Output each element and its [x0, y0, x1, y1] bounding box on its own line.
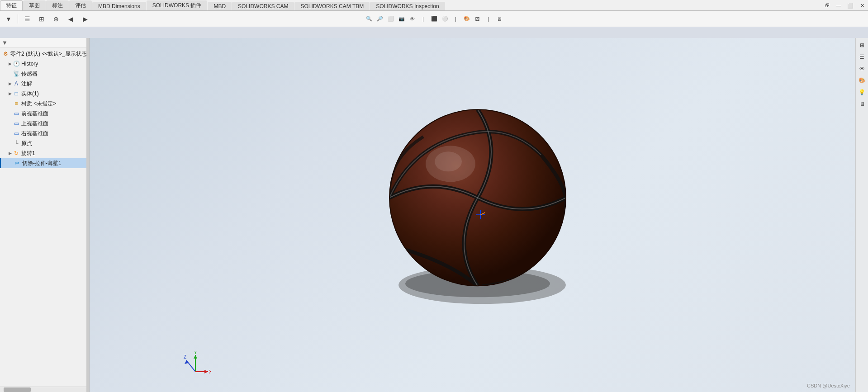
origin-label: 原点 [21, 140, 32, 147]
tree-item-revolve[interactable]: ▶ ↻ 旋转1 [0, 148, 86, 158]
right-panel-scene-btn[interactable]: 💡 [857, 87, 868, 98]
top-plane-label: 上视基准面 [21, 120, 48, 128]
revolve-icon: ↻ [13, 150, 20, 157]
menu-item-mbd[interactable]: MBD [208, 2, 232, 10]
right-plane-label: 右视基准面 [21, 130, 48, 137]
solid-icon: □ [13, 90, 20, 97]
sensor-icon: 📡 [13, 70, 20, 77]
toolbar-separator-1 [18, 14, 18, 24]
tree-item-solid[interactable]: ▶ □ 实体(1) [0, 89, 86, 99]
tree-item-material[interactable]: ≡ 材质 <未指定> [0, 99, 86, 109]
origin-marker [476, 210, 485, 220]
svg-marker-15 [204, 370, 208, 373]
menu-item-annotation[interactable]: 标注 [46, 0, 69, 10]
svg-point-6 [435, 151, 462, 171]
menu-item-sw-inspection[interactable]: SOLIDWORKS Inspection [370, 2, 445, 10]
menu-item-evaluate[interactable]: 评估 [69, 0, 92, 10]
toolbar-section-btn[interactable]: ⬜ [386, 14, 396, 24]
top-plane-icon: ▭ [13, 120, 20, 127]
right-icon-panel: ⊞ ☰ 👁 🎨 💡 🖥 [855, 38, 868, 392]
svg-line-8 [186, 360, 195, 372]
solid-arrow: ▶ [7, 91, 13, 96]
tree-item-root[interactable]: ⚙ 零件2 (默认) <<默认>_显示状态-1> [0, 49, 86, 59]
toolbar-list-btn[interactable]: ☰ [20, 13, 34, 25]
toolbar-monitor-btn[interactable]: 🖥 [494, 14, 504, 24]
toolbar-forward-btn[interactable]: ▶ [78, 13, 92, 25]
tree-item-history[interactable]: ▶ 🕐 History [0, 59, 86, 69]
cut-label: 切除-拉伸-薄壁1 [22, 160, 62, 167]
part-icon: ⚙ [2, 50, 9, 57]
feature-tree-panel: ▼ ⚙ 零件2 (默认) <<默认>_显示状态-1> ▶ 🕐 History 📡 [0, 38, 87, 392]
svg-marker-12 [194, 355, 197, 359]
win-close-btn[interactable]: ✕ [856, 0, 868, 11]
toolbar-back-btn[interactable]: ◀ [64, 13, 77, 25]
front-plane-icon: ▭ [13, 110, 20, 117]
toolbar-zoom2-btn[interactable]: 🔎 [375, 14, 385, 24]
menu-item-sw-plugin[interactable]: SOLIDWORKS 插件 [147, 0, 208, 10]
toolbar-grid-btn[interactable]: ⊞ [35, 13, 48, 25]
main-area: ▼ ⚙ 零件2 (默认) <<默认>_显示状态-1> ▶ 🕐 History 📡 [0, 38, 868, 392]
notes-arrow: ▶ [7, 81, 13, 86]
left-panel-scrollbar[interactable] [0, 387, 86, 392]
panel-resize-handle[interactable] [87, 38, 90, 392]
menu-item-sw-cam[interactable]: SOLIDWORKS CAM [232, 2, 294, 10]
toolbar-filter-btn[interactable]: ▼ [2, 13, 15, 25]
toolbar-sep3: | [451, 14, 461, 24]
menu-item-feature[interactable]: 特征 [0, 0, 23, 10]
tree-item-top-plane[interactable]: ▭ 上视基准面 [0, 118, 86, 128]
right-panel-property-btn[interactable]: ⊞ [857, 40, 868, 51]
win-maximize-btn[interactable]: ⬜ [844, 0, 856, 11]
toolbar-camera-btn[interactable]: 📷 [397, 14, 407, 24]
win-minimize-btn[interactable]: — [833, 0, 844, 11]
material-icon: ≡ [13, 100, 20, 107]
3d-viewport[interactable]: Z Y X CSDN @UestcXiye ⊞ ☰ [87, 38, 868, 392]
revolve-label: 旋转1 [21, 150, 35, 157]
tree-root-label: 零件2 (默认) <<默认>_显示状态-1> [10, 50, 86, 58]
svg-text:X: X [209, 369, 211, 374]
right-panel-config-btn[interactable]: ☰ [857, 52, 868, 62]
front-plane-label: 前视基准面 [21, 110, 48, 118]
right-panel-color-btn[interactable]: 🎨 [857, 75, 868, 86]
toolbar-display-btn[interactable]: ⬛ [429, 14, 439, 24]
scrollbar-thumb[interactable] [4, 387, 31, 392]
svg-text:Y: Y [194, 351, 197, 355]
menu-item-mbd-dim[interactable]: MBD Dimensions [92, 2, 146, 10]
filter-icon[interactable]: ▼ [2, 39, 8, 46]
history-arrow: ▶ [7, 61, 13, 66]
revolve-arrow: ▶ [7, 151, 13, 156]
toolbar-sep2: | [418, 14, 428, 24]
filter-row: ▼ [0, 38, 86, 48]
history-label: History [21, 61, 38, 67]
right-plane-icon: ▭ [13, 130, 20, 137]
right-panel-render-btn[interactable]: 🖥 [857, 99, 868, 109]
toolbar-sphere-btn[interactable]: ⚪ [440, 14, 450, 24]
history-icon: 🕐 [13, 60, 20, 67]
notes-label: 注解 [21, 80, 32, 88]
watermark-text: CSDN @UestcXiye [807, 383, 850, 388]
tree-item-sensors[interactable]: 📡 传感器 [0, 69, 86, 79]
toolbar-zoom-btn[interactable]: 🔍 [364, 14, 374, 24]
tree-item-origin[interactable]: └ 原点 [0, 138, 86, 148]
tree-item-front-plane[interactable]: ▭ 前视基准面 [0, 109, 86, 118]
tree-item-notes[interactable]: ▶ A 注解 [0, 79, 86, 89]
toolbar-color-btn[interactable]: 🎨 [462, 14, 472, 24]
sensors-label: 传感器 [21, 70, 38, 78]
solid-label: 实体(1) [21, 90, 39, 98]
menu-item-sketch[interactable]: 草图 [23, 0, 46, 10]
menu-item-sw-cam-tbm[interactable]: SOLIDWORKS CAM TBM [294, 2, 370, 10]
feature-tree: ⚙ 零件2 (默认) <<默认>_显示状态-1> ▶ 🕐 History 📡 传… [0, 48, 86, 387]
right-panel-display-btn[interactable]: 👁 [857, 63, 868, 74]
basketball-model [378, 105, 577, 305]
tree-item-right-plane[interactable]: ▭ 右视基准面 [0, 128, 86, 138]
toolbar-texture-btn[interactable]: 🖼 [473, 14, 483, 24]
notes-icon: A [13, 80, 20, 87]
main-toolbar: ▼ ☰ ⊞ ⊕ ◀ ▶ 🔍 🔎 ⬜ 📷 👁 | ⬛ ⚪ | 🎨 🖼 | 🖥 [0, 11, 868, 27]
toolbar-sep4: | [484, 14, 493, 24]
svg-text:Z: Z [184, 354, 186, 359]
tree-item-cut[interactable]: ✂ 切除-拉伸-薄壁1 [0, 158, 86, 168]
win-restore-btn[interactable]: 🗗 [821, 0, 833, 11]
toolbar-view-btn[interactable]: 👁 [408, 14, 417, 24]
menu-bar: 特征 草图 标注 评估 MBD Dimensions SOLIDWORKS 插件… [0, 0, 868, 11]
material-label: 材质 <未指定> [21, 100, 56, 108]
toolbar-plus-btn[interactable]: ⊕ [49, 13, 63, 25]
